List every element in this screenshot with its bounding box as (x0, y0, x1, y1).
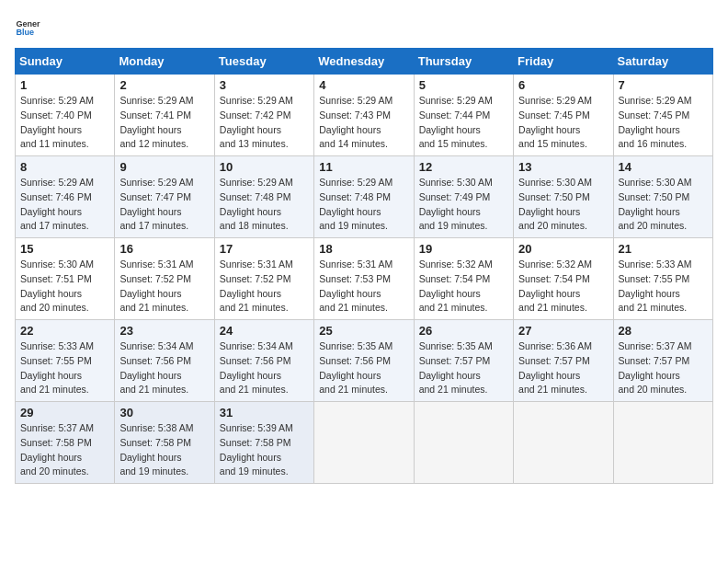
svg-text:General: General (16, 19, 40, 29)
day-info: Sunrise: 5:33 AM Sunset: 7:55 PM Dayligh… (619, 258, 708, 316)
day-info: Sunrise: 5:29 AM Sunset: 7:48 PM Dayligh… (220, 176, 309, 234)
day-header-wednesday: Wednesday (314, 49, 414, 75)
calendar-cell: 19 Sunrise: 5:32 AM Sunset: 7:54 PM Dayl… (414, 238, 513, 320)
day-number: 26 (419, 324, 508, 338)
day-number: 31 (220, 406, 309, 419)
calendar-week-3: 15 Sunrise: 5:30 AM Sunset: 7:51 PM Dayl… (16, 238, 713, 320)
calendar-cell: 5 Sunrise: 5:29 AM Sunset: 7:44 PM Dayli… (414, 75, 513, 156)
calendar-table: SundayMondayTuesdayWednesdayThursdayFrid… (15, 48, 713, 484)
day-number: 30 (119, 406, 209, 419)
calendar-cell (314, 402, 414, 484)
day-header-friday: Friday (514, 49, 613, 75)
day-number: 23 (119, 324, 209, 338)
day-info: Sunrise: 5:29 AM Sunset: 7:46 PM Dayligh… (20, 176, 109, 234)
day-info: Sunrise: 5:37 AM Sunset: 7:57 PM Dayligh… (619, 339, 708, 397)
calendar-cell (514, 402, 613, 484)
day-info: Sunrise: 5:33 AM Sunset: 7:55 PM Dayligh… (20, 339, 109, 397)
day-number: 18 (319, 242, 408, 256)
day-number: 11 (319, 160, 408, 174)
day-info: Sunrise: 5:34 AM Sunset: 7:56 PM Dayligh… (220, 339, 309, 397)
day-number: 12 (419, 160, 508, 174)
calendar-week-1: 1 Sunrise: 5:29 AM Sunset: 7:40 PM Dayli… (16, 75, 713, 156)
calendar-cell (613, 402, 712, 484)
day-number: 3 (220, 78, 309, 92)
day-number: 1 (20, 78, 109, 92)
day-info: Sunrise: 5:38 AM Sunset: 7:58 PM Dayligh… (119, 421, 209, 479)
day-number: 24 (220, 324, 309, 338)
calendar-cell: 25 Sunrise: 5:35 AM Sunset: 7:56 PM Dayl… (314, 320, 414, 402)
calendar-week-5: 29 Sunrise: 5:37 AM Sunset: 7:58 PM Dayl… (16, 402, 713, 484)
calendar-cell: 4 Sunrise: 5:29 AM Sunset: 7:43 PM Dayli… (314, 75, 414, 156)
day-header-thursday: Thursday (414, 49, 513, 75)
day-header-saturday: Saturday (613, 49, 712, 75)
day-number: 5 (419, 78, 508, 92)
day-info: Sunrise: 5:35 AM Sunset: 7:57 PM Dayligh… (419, 339, 508, 397)
day-info: Sunrise: 5:31 AM Sunset: 7:53 PM Dayligh… (319, 258, 408, 316)
day-number: 21 (619, 242, 708, 256)
day-info: Sunrise: 5:31 AM Sunset: 7:52 PM Dayligh… (220, 258, 309, 316)
day-header-sunday: Sunday (16, 49, 115, 75)
day-number: 13 (518, 160, 608, 174)
logo-icon: General Blue (15, 15, 40, 40)
calendar-cell: 11 Sunrise: 5:29 AM Sunset: 7:48 PM Dayl… (314, 156, 414, 238)
calendar-cell: 10 Sunrise: 5:29 AM Sunset: 7:48 PM Dayl… (214, 156, 313, 238)
calendar-cell: 3 Sunrise: 5:29 AM Sunset: 7:42 PM Dayli… (214, 75, 313, 156)
calendar-cell: 7 Sunrise: 5:29 AM Sunset: 7:45 PM Dayli… (613, 75, 712, 156)
day-number: 16 (119, 242, 209, 256)
calendar-cell: 20 Sunrise: 5:32 AM Sunset: 7:54 PM Dayl… (514, 238, 613, 320)
day-info: Sunrise: 5:29 AM Sunset: 7:45 PM Dayligh… (518, 94, 608, 152)
day-info: Sunrise: 5:30 AM Sunset: 7:50 PM Dayligh… (619, 176, 708, 234)
day-info: Sunrise: 5:29 AM Sunset: 7:43 PM Dayligh… (319, 94, 408, 152)
calendar-cell: 22 Sunrise: 5:33 AM Sunset: 7:55 PM Dayl… (16, 320, 115, 402)
day-header-tuesday: Tuesday (214, 49, 313, 75)
page-header: General Blue (15, 15, 713, 40)
day-info: Sunrise: 5:34 AM Sunset: 7:56 PM Dayligh… (119, 339, 209, 397)
day-number: 15 (20, 242, 109, 256)
calendar-cell: 26 Sunrise: 5:35 AM Sunset: 7:57 PM Dayl… (414, 320, 513, 402)
day-number: 9 (119, 160, 209, 174)
calendar-cell: 27 Sunrise: 5:36 AM Sunset: 7:57 PM Dayl… (514, 320, 613, 402)
day-info: Sunrise: 5:32 AM Sunset: 7:54 PM Dayligh… (419, 258, 508, 316)
day-header-monday: Monday (115, 49, 214, 75)
calendar-week-4: 22 Sunrise: 5:33 AM Sunset: 7:55 PM Dayl… (16, 320, 713, 402)
calendar-cell: 13 Sunrise: 5:30 AM Sunset: 7:50 PM Dayl… (514, 156, 613, 238)
calendar-cell: 14 Sunrise: 5:30 AM Sunset: 7:50 PM Dayl… (613, 156, 712, 238)
day-info: Sunrise: 5:29 AM Sunset: 7:47 PM Dayligh… (119, 176, 209, 234)
day-info: Sunrise: 5:29 AM Sunset: 7:40 PM Dayligh… (20, 94, 109, 152)
day-number: 20 (518, 242, 608, 256)
calendar-cell: 12 Sunrise: 5:30 AM Sunset: 7:49 PM Dayl… (414, 156, 513, 238)
day-info: Sunrise: 5:32 AM Sunset: 7:54 PM Dayligh… (518, 258, 608, 316)
day-number: 2 (119, 78, 209, 92)
day-number: 6 (518, 78, 608, 92)
day-number: 19 (419, 242, 508, 256)
day-number: 28 (619, 324, 708, 338)
day-number: 14 (619, 160, 708, 174)
day-info: Sunrise: 5:29 AM Sunset: 7:41 PM Dayligh… (119, 94, 209, 152)
day-number: 25 (319, 324, 408, 338)
day-info: Sunrise: 5:29 AM Sunset: 7:48 PM Dayligh… (319, 176, 408, 234)
day-info: Sunrise: 5:36 AM Sunset: 7:57 PM Dayligh… (518, 339, 608, 397)
calendar-header-row: SundayMondayTuesdayWednesdayThursdayFrid… (16, 49, 713, 75)
calendar-cell: 21 Sunrise: 5:33 AM Sunset: 7:55 PM Dayl… (613, 238, 712, 320)
day-number: 22 (20, 324, 109, 338)
day-number: 29 (20, 406, 109, 419)
svg-text:Blue: Blue (16, 28, 34, 37)
calendar-cell: 6 Sunrise: 5:29 AM Sunset: 7:45 PM Dayli… (514, 75, 613, 156)
day-info: Sunrise: 5:39 AM Sunset: 7:58 PM Dayligh… (220, 421, 309, 479)
day-info: Sunrise: 5:35 AM Sunset: 7:56 PM Dayligh… (319, 339, 408, 397)
day-number: 17 (220, 242, 309, 256)
day-info: Sunrise: 5:29 AM Sunset: 7:44 PM Dayligh… (419, 94, 508, 152)
calendar-cell: 28 Sunrise: 5:37 AM Sunset: 7:57 PM Dayl… (613, 320, 712, 402)
day-number: 27 (518, 324, 608, 338)
day-info: Sunrise: 5:31 AM Sunset: 7:52 PM Dayligh… (119, 258, 209, 316)
day-info: Sunrise: 5:30 AM Sunset: 7:50 PM Dayligh… (518, 176, 608, 234)
calendar-cell: 30 Sunrise: 5:38 AM Sunset: 7:58 PM Dayl… (115, 402, 214, 484)
calendar-cell: 24 Sunrise: 5:34 AM Sunset: 7:56 PM Dayl… (214, 320, 313, 402)
calendar-cell: 31 Sunrise: 5:39 AM Sunset: 7:58 PM Dayl… (214, 402, 313, 484)
day-number: 10 (220, 160, 309, 174)
calendar-cell: 23 Sunrise: 5:34 AM Sunset: 7:56 PM Dayl… (115, 320, 214, 402)
calendar-cell: 9 Sunrise: 5:29 AM Sunset: 7:47 PM Dayli… (115, 156, 214, 238)
day-info: Sunrise: 5:30 AM Sunset: 7:49 PM Dayligh… (419, 176, 508, 234)
calendar-cell: 29 Sunrise: 5:37 AM Sunset: 7:58 PM Dayl… (16, 402, 115, 484)
calendar-cell: 18 Sunrise: 5:31 AM Sunset: 7:53 PM Dayl… (314, 238, 414, 320)
